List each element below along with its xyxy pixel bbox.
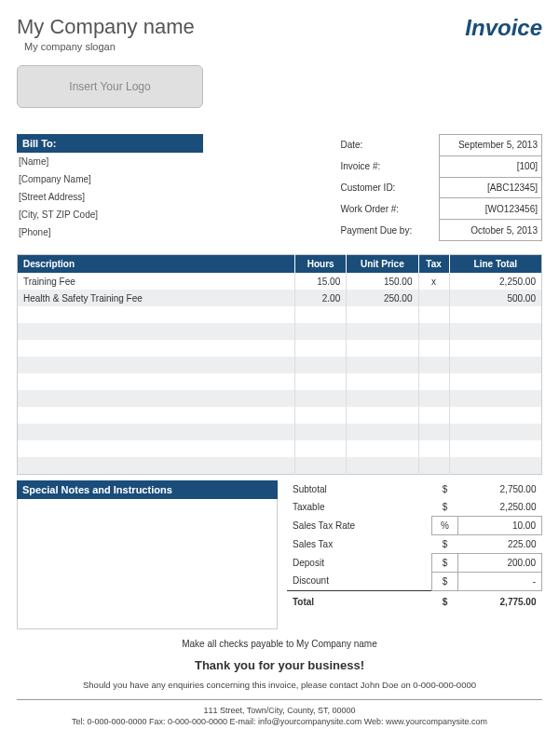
bill-to-name[interactable]: [Name] [17,153,203,170]
item-unit-price[interactable] [347,323,418,340]
item-hours[interactable] [295,323,347,340]
item-tax[interactable] [418,440,449,457]
total-symbol: $ [432,590,458,611]
date-value[interactable]: September 5, 2013 [440,135,542,156]
item-tax[interactable] [418,340,449,357]
bill-to-phone[interactable]: [Phone] [17,223,203,241]
totals-table: Subtotal $ 2,750.00 Taxable $ 2,250.00 S… [287,480,542,611]
item-description[interactable] [18,457,295,474]
table-row[interactable] [18,424,542,440]
subtotal-symbol: $ [432,480,458,498]
sales-tax-value: 225.00 [458,534,542,553]
item-description[interactable]: Training Fee [18,273,295,290]
tax-rate-value[interactable]: 10.00 [458,516,542,534]
invoice-number-label: Invoice #: [337,155,440,177]
footer-address: 111 Street, Town/City, County, ST, 00000 [17,706,542,715]
bill-to-company[interactable]: [Company Name] [17,170,203,188]
table-row[interactable] [18,440,542,457]
item-tax[interactable] [418,290,449,306]
item-tax[interactable] [418,457,449,474]
table-row[interactable] [18,457,542,474]
tax-rate-label: Sales Tax Rate [287,516,432,534]
item-description[interactable] [18,357,295,373]
item-tax[interactable] [418,407,449,424]
item-unit-price[interactable]: 150.00 [347,273,418,290]
col-header-line-total: Line Total [449,255,541,274]
bill-to-section: Bill To: [Name] [Company Name] [Street A… [17,134,203,241]
item-description[interactable] [18,407,295,424]
tax-rate-symbol: % [432,516,458,534]
bill-to-header: Bill To: [17,134,203,153]
checks-payable-line: Make all checks payable to My Company na… [17,639,542,649]
item-unit-price[interactable] [347,340,418,357]
work-order-value[interactable]: [WO123456] [440,198,542,220]
item-hours[interactable] [295,340,347,357]
item-description[interactable] [18,424,295,440]
item-unit-price[interactable] [347,357,418,373]
item-unit-price[interactable] [347,407,418,424]
subtotal-label: Subtotal [287,480,432,498]
payment-due-value[interactable]: October 5, 2013 [440,220,542,241]
total-label: Total [287,590,432,611]
item-unit-price[interactable] [347,424,418,440]
logo-placeholder[interactable]: Insert Your Logo [17,65,203,108]
item-line-total [449,440,541,457]
item-tax[interactable] [418,424,449,440]
bill-to-street[interactable]: [Street Address] [17,188,203,206]
item-tax[interactable] [418,373,449,390]
item-unit-price[interactable] [347,373,418,390]
discount-label: Discount [287,572,432,590]
item-line-total [449,457,541,474]
item-tax[interactable] [418,357,449,373]
sales-tax-label: Sales Tax [287,534,432,553]
item-tax[interactable]: x [418,273,449,290]
bill-to-city[interactable]: [City, ST ZIP Code] [17,206,203,223]
item-hours[interactable] [295,357,347,373]
item-description[interactable]: Health & Safety Training Fee [18,290,295,306]
item-line-total [449,390,541,407]
table-row[interactable]: Health & Safety Training Fee2.00250.0050… [18,290,542,306]
table-row[interactable] [18,357,542,373]
item-unit-price[interactable] [347,306,418,323]
item-hours[interactable] [295,390,347,407]
item-description[interactable] [18,340,295,357]
item-hours[interactable]: 15.00 [295,273,347,290]
table-row[interactable] [18,340,542,357]
item-hours[interactable] [295,407,347,424]
table-row[interactable] [18,323,542,340]
table-row[interactable] [18,306,542,323]
col-header-unit-price: Unit Price [347,255,418,274]
item-tax[interactable] [418,390,449,407]
table-row[interactable] [18,390,542,407]
item-description[interactable] [18,306,295,323]
item-hours[interactable] [295,424,347,440]
item-hours[interactable] [295,440,347,457]
item-line-total [449,424,541,440]
item-description[interactable] [18,440,295,457]
item-tax[interactable] [418,306,449,323]
item-unit-price[interactable] [347,457,418,474]
item-hours[interactable] [295,373,347,390]
discount-value[interactable]: - [458,572,542,590]
item-line-total [449,373,541,390]
item-description[interactable] [18,390,295,407]
item-description[interactable] [18,323,295,340]
item-line-total [449,306,541,323]
item-tax[interactable] [418,323,449,340]
item-unit-price[interactable] [347,390,418,407]
item-unit-price[interactable] [347,440,418,457]
invoice-number-value[interactable]: [100] [440,155,542,177]
customer-id-value[interactable]: [ABC12345] [440,177,542,198]
table-row[interactable] [18,407,542,424]
subtotal-value: 2,750.00 [458,480,542,498]
item-hours[interactable] [295,457,347,474]
item-unit-price[interactable]: 250.00 [347,290,418,306]
item-hours[interactable] [295,306,347,323]
table-row[interactable]: Training Fee15.00150.00x2,250.00 [18,273,542,290]
item-line-total: 500.00 [449,290,541,306]
special-notes-body[interactable] [17,499,278,629]
table-row[interactable] [18,373,542,390]
item-description[interactable] [18,373,295,390]
deposit-value[interactable]: 200.00 [458,553,542,572]
item-hours[interactable]: 2.00 [295,290,347,306]
